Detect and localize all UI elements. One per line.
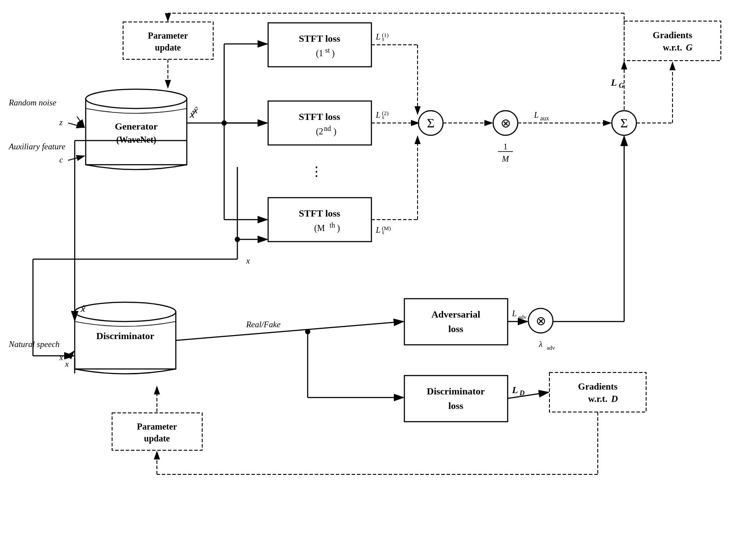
svg-point-4 <box>86 89 187 108</box>
svg-text:Gradients: Gradients <box>653 30 692 40</box>
svg-text:Discriminator: Discriminator <box>427 386 485 397</box>
svg-text:L: L <box>375 32 381 41</box>
svg-text:Σ: Σ <box>427 116 434 130</box>
svg-rect-34 <box>404 376 508 422</box>
svg-rect-41 <box>549 372 646 412</box>
svg-rect-10 <box>123 22 213 59</box>
svg-text:G: G <box>686 42 692 53</box>
svg-text:STFT loss: STFT loss <box>299 33 341 44</box>
svg-text:nd: nd <box>324 125 331 132</box>
svg-text:Adversarial: Adversarial <box>431 309 480 320</box>
svg-text:loss: loss <box>448 323 464 334</box>
svg-text:w.r.t.: w.r.t. <box>588 394 607 404</box>
svg-text:adv: adv <box>518 314 527 320</box>
svg-rect-21 <box>268 101 371 145</box>
svg-text:(1: (1 <box>316 48 323 58</box>
svg-text:1: 1 <box>503 142 508 151</box>
svg-text:th: th <box>330 221 335 229</box>
svg-text:(M: (M <box>314 223 325 233</box>
architecture-diagram: Generator (WaveNet) Discriminator Parame… <box>0 0 756 535</box>
svg-text:L: L <box>375 225 381 235</box>
svg-text:): ) <box>334 127 337 137</box>
svg-text:Real/Fake: Real/Fake <box>246 320 280 329</box>
svg-text:aux: aux <box>540 115 549 122</box>
svg-text:Auxiliary feature: Auxiliary feature <box>8 142 65 151</box>
svg-text:Σ: Σ <box>620 116 628 130</box>
svg-text:): ) <box>332 48 335 58</box>
svg-text:c: c <box>59 155 63 164</box>
svg-text:⊗: ⊗ <box>501 116 511 130</box>
svg-text:): ) <box>337 223 340 233</box>
svg-text:x: x <box>65 359 69 369</box>
svg-text:⋮: ⋮ <box>310 164 323 178</box>
svg-text:STFT loss: STFT loss <box>299 208 341 219</box>
svg-text:(WaveNet): (WaveNet) <box>116 135 156 145</box>
svg-text:update: update <box>155 43 181 53</box>
svg-text:⊗: ⊗ <box>536 314 546 328</box>
svg-text:loss: loss <box>448 400 464 411</box>
svg-text:M: M <box>502 154 509 163</box>
svg-line-116 <box>176 322 403 340</box>
svg-text:L: L <box>375 110 381 119</box>
svg-text:L: L <box>512 384 518 395</box>
svg-text:Generator: Generator <box>115 121 158 132</box>
svg-rect-13 <box>112 413 202 450</box>
svg-text:update: update <box>144 434 170 444</box>
svg-line-59 <box>68 156 84 160</box>
svg-text:w.r.t.: w.r.t. <box>663 42 682 53</box>
svg-text:Natural speech: Natural speech <box>8 340 60 349</box>
svg-text:Parameter: Parameter <box>137 422 177 431</box>
svg-text:λ: λ <box>538 340 542 349</box>
svg-rect-16 <box>268 23 371 67</box>
svg-text:L: L <box>534 110 539 119</box>
svg-text:Gradients: Gradients <box>578 381 618 392</box>
svg-text:Parameter: Parameter <box>148 31 188 40</box>
svg-text:L: L <box>512 309 517 318</box>
svg-text:(2): (2) <box>382 110 389 116</box>
svg-text:(2: (2 <box>316 127 323 137</box>
svg-text:x̂: x̂ <box>189 110 195 119</box>
svg-text:x: x <box>59 353 63 362</box>
svg-rect-37 <box>624 21 721 61</box>
svg-rect-26 <box>268 198 371 242</box>
svg-text:L: L <box>611 77 617 88</box>
svg-text:(1): (1) <box>382 32 389 38</box>
svg-text:G: G <box>619 82 624 89</box>
svg-text:adv: adv <box>547 344 555 351</box>
svg-text:STFT loss: STFT loss <box>299 111 341 122</box>
svg-rect-31 <box>404 299 508 345</box>
svg-text:Discriminator: Discriminator <box>96 330 154 341</box>
svg-point-8 <box>75 302 176 322</box>
svg-text:st: st <box>325 47 330 54</box>
svg-text:Random noise: Random noise <box>8 98 56 107</box>
svg-line-112 <box>68 351 74 358</box>
svg-text:x: x <box>246 256 250 265</box>
svg-text:(M): (M) <box>382 225 391 231</box>
svg-text:D: D <box>611 394 618 404</box>
svg-text:z: z <box>59 118 63 127</box>
